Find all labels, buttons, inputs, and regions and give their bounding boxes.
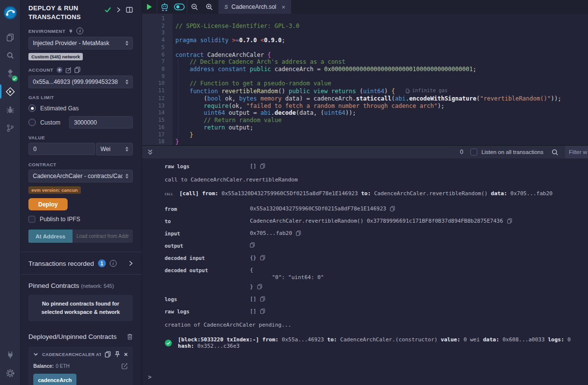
log-value: 0x705...fab20 (250, 230, 301, 236)
plugin-manager-icon[interactable] (0, 346, 21, 364)
code-line: 16 return output; (142, 124, 588, 131)
log-key: decoded input (165, 255, 250, 261)
copy-icon[interactable] (257, 284, 262, 289)
panel-expand-icon[interactable] (117, 7, 121, 13)
search-icon[interactable] (0, 46, 21, 64)
ai-assistant-button[interactable] (157, 0, 172, 14)
environment-info-icon[interactable]: i (76, 27, 83, 34)
deployed-contract-card: CADENCEARCHCALER AT 0) × Balance: 0 ETH … (28, 347, 133, 385)
copy-icon[interactable] (390, 206, 395, 211)
estimated-gas-radio[interactable] (28, 104, 36, 112)
compile-success-badge-icon (12, 76, 18, 81)
contract-select[interactable]: CadenceArchCaler - contracts/Cac (28, 170, 133, 182)
chevron-right-icon[interactable] (129, 260, 133, 266)
code-text: } (165, 131, 193, 139)
terminal-call-row[interactable]: CALL[call] from: 0x55a1320D432759960C5Df… (165, 190, 584, 197)
copy-icon[interactable] (260, 308, 265, 314)
at-address-input[interactable] (73, 230, 133, 243)
chevron-updown-icon (125, 41, 128, 46)
terminal-kv-row: toCadenceArchCaler.revertibleRandom() 0x… (165, 218, 584, 224)
run-script-button[interactable] (142, 0, 157, 14)
log-value: [] (250, 308, 265, 314)
publish-ipfs-checkbox[interactable] (28, 216, 35, 223)
deploy-button[interactable]: Deploy (28, 198, 68, 210)
listen-all-transactions-checkbox[interactable] (470, 149, 477, 155)
copilot-toggle-icon[interactable] (172, 0, 187, 14)
code-line: 17 } (142, 131, 588, 139)
file-explorer-icon[interactable] (0, 28, 21, 46)
terminal-search-icon[interactable] (551, 149, 559, 156)
code-line: 15 // Return random value (142, 117, 588, 124)
remix-ide-window: DEPLOY & RUN TRANSACTIONS ENVIRONMENT i … (0, 0, 588, 385)
copy-account-icon[interactable] (74, 67, 80, 73)
line-number: 8 (142, 66, 165, 73)
terminal-kv-row: decoded output{"0": "uint64: 0"} (165, 267, 584, 290)
trash-icon[interactable] (127, 334, 133, 340)
terminal-kv-row: output (165, 242, 584, 249)
code-lines: 12// SPDX-License-Identifier: GPL-3.034p… (142, 15, 588, 145)
copy-icon[interactable] (260, 296, 265, 302)
custom-gas-radio[interactable] (28, 119, 36, 126)
debugger-icon[interactable] (0, 101, 21, 119)
code-line: 1 (142, 15, 588, 23)
chevron-down-icon[interactable] (33, 353, 38, 356)
collapse-terminal-icon[interactable] (147, 149, 153, 155)
pin-icon[interactable] (115, 351, 120, 358)
code-text: (bool ok, bytes memory data) = cadenceAr… (165, 95, 562, 103)
panel-pin-view-icon[interactable] (126, 7, 133, 13)
line-number: 4 (142, 37, 165, 44)
deploy-and-run-icon[interactable] (0, 82, 21, 101)
code-editor[interactable]: 12// SPDX-License-Identifier: GPL-3.034p… (142, 14, 588, 145)
tab-cadencearch-sol[interactable]: S CadenceArch.sol × (219, 0, 291, 14)
line-number: 3 (142, 29, 165, 37)
deployed-contracts-title: Deployed/Unpinned Contracts (28, 333, 117, 340)
line-number: 5 (142, 44, 165, 51)
sign-message-icon[interactable] (66, 67, 72, 73)
environment-select[interactable]: Injected Provider - MetaMask (28, 37, 133, 50)
terminal-filter-input[interactable] (565, 146, 588, 158)
copy-icon[interactable] (260, 163, 265, 169)
transactions-info-icon[interactable]: i (110, 260, 117, 267)
code-text (165, 73, 175, 80)
account-select[interactable]: 0x55a...46923 (999.9999453238 (28, 76, 133, 88)
close-icon[interactable]: × (124, 351, 128, 358)
remix-logo-icon[interactable] (0, 2, 21, 23)
code-text: uint64 output = abi.decode(data, (uint64… (165, 109, 356, 117)
log-value: [] (250, 296, 265, 302)
copy-icon[interactable] (296, 231, 301, 236)
zoom-in-icon[interactable] (202, 0, 217, 14)
terminal-log[interactable]: raw logs[]call to CadenceArchCaler.rever… (142, 158, 588, 385)
edit-icon[interactable] (122, 363, 128, 369)
at-address-button[interactable]: At Address (28, 230, 73, 243)
cadencearch-function-button[interactable]: cadenceArch (33, 374, 76, 385)
copy-icon[interactable] (250, 242, 255, 248)
panel-title: DEPLOY & RUN TRANSACTIONS (28, 4, 103, 21)
solidity-compiler-icon[interactable] (0, 64, 21, 82)
zoom-out-icon[interactable] (187, 0, 202, 14)
code-line: 5 (142, 44, 588, 51)
copy-icon[interactable] (260, 255, 265, 260)
transactions-recorded-row[interactable]: Transactions recorded 1 i (28, 252, 133, 274)
log-key: logs (165, 296, 250, 302)
custom-gas-input[interactable] (69, 116, 133, 128)
code-line: 8 address constant public cadenceArch = … (142, 66, 588, 73)
line-number: 17 (142, 131, 165, 139)
settings-icon[interactable] (0, 364, 21, 382)
log-key: raw logs (165, 163, 250, 169)
play-icon (147, 4, 152, 10)
git-icon[interactable] (0, 119, 21, 137)
copy-icon[interactable] (507, 218, 512, 224)
value-input[interactable] (28, 143, 95, 155)
icon-rail (0, 0, 21, 385)
add-account-icon[interactable] (56, 67, 63, 73)
value-unit-select[interactable]: Wei (96, 143, 133, 155)
copy-icon[interactable] (105, 351, 111, 358)
value-unit: Wei (100, 146, 122, 153)
plug-icon[interactable] (68, 28, 74, 34)
chevron-updown-icon (125, 174, 128, 179)
terminal-prompt[interactable]: > (148, 374, 151, 381)
terminal-block-row[interactable]: [block:5033220 txIndex:-] from: 0x55a...… (165, 336, 584, 349)
success-check-icon (165, 339, 172, 347)
environment-value: Injected Provider - MetaMask (33, 40, 122, 47)
close-tab-icon[interactable]: × (282, 3, 286, 11)
